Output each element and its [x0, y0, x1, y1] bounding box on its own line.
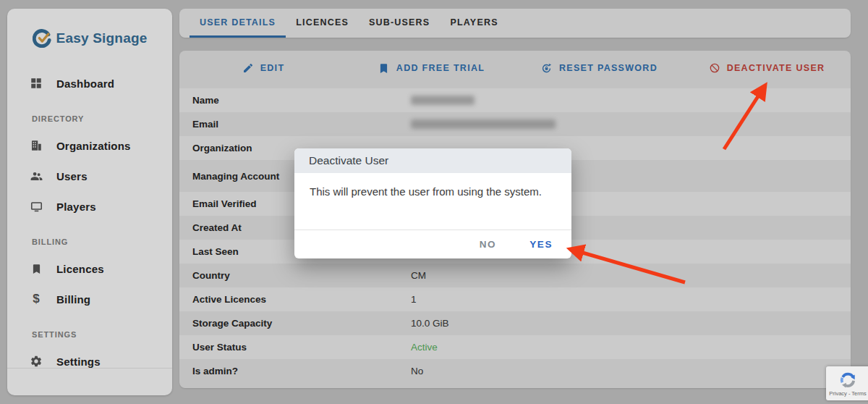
- yes-button[interactable]: YES: [525, 238, 557, 251]
- app-root: Easy Signage DashboardDIRECTORYOrganizat…: [0, 0, 868, 404]
- recaptcha-privacy-terms[interactable]: Privacy - Terms: [829, 390, 867, 397]
- recaptcha-swirl-icon: [838, 371, 857, 390]
- dialog-footer: NO YES: [294, 230, 571, 258]
- recaptcha-badge[interactable]: Privacy - Terms: [826, 366, 868, 400]
- dialog-title: Deactivate User: [294, 148, 571, 173]
- dialog-message: This will prevent the user from using th…: [294, 173, 566, 201]
- no-button[interactable]: NO: [475, 238, 501, 251]
- deactivate-user-dialog: Deactivate User This will prevent the us…: [294, 148, 571, 258]
